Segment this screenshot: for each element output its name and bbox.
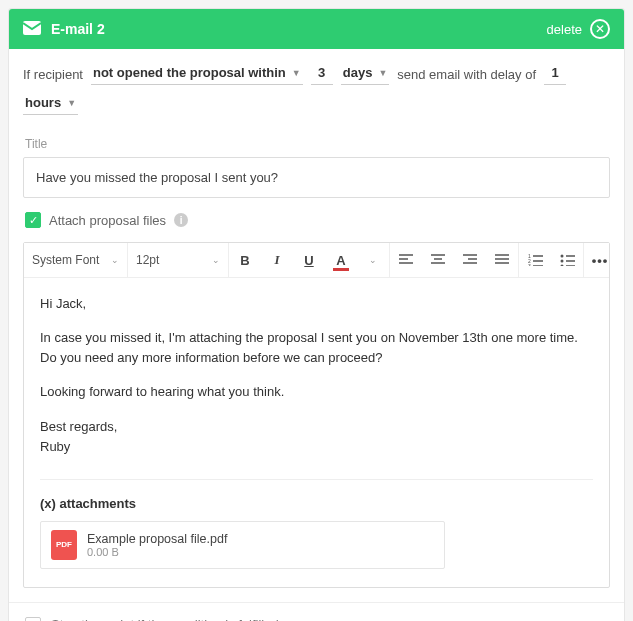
align-left-button[interactable]	[390, 243, 422, 277]
svg-point-21	[560, 260, 563, 263]
chevron-down-icon: ⌄	[212, 255, 220, 265]
body-line: Looking forward to hearing what you thin…	[40, 382, 593, 402]
card-title: E-mail 2	[51, 21, 105, 37]
font-size-select[interactable]: 12pt ⌄	[128, 243, 228, 277]
body-line: Hi Jack,	[40, 294, 593, 314]
bold-button[interactable]: B	[229, 243, 261, 277]
svg-point-23	[560, 265, 563, 267]
info-icon[interactable]: i	[174, 213, 188, 227]
card-header: E-mail 2 delete ✕	[9, 9, 624, 49]
delete-label: delete	[547, 22, 582, 37]
align-right-button[interactable]	[454, 243, 486, 277]
condition-prefix: If recipient	[23, 67, 83, 82]
stop-script-checkbox[interactable]	[25, 617, 41, 621]
unordered-list-button[interactable]	[551, 243, 583, 277]
condition-delay-select[interactable]: 1	[544, 63, 566, 85]
pdf-icon: PDF	[51, 530, 77, 560]
body-line: In case you missed it, I'm attaching the…	[40, 328, 593, 368]
attachment-filename: Example proposal file.pdf	[87, 532, 227, 546]
caret-down-icon: ▼	[378, 68, 387, 78]
editor-toolbar: System Font ⌄ 12pt ⌄ B I U A ⌄	[24, 243, 609, 278]
body-line: Best regards,	[40, 417, 593, 437]
chevron-down-icon: ⌄	[111, 255, 119, 265]
stop-script-label: Stop the script if the condition is fulf…	[51, 617, 279, 621]
condition-unit-select[interactable]: days ▼	[341, 63, 390, 85]
condition-action-select[interactable]: not opened the proposal within ▼	[91, 63, 303, 85]
chevron-down-icon: ⌄	[369, 255, 377, 265]
ordered-list-button[interactable]: 123	[519, 243, 551, 277]
delete-button[interactable]: delete ✕	[547, 19, 610, 39]
close-icon: ✕	[590, 19, 610, 39]
body-line: Ruby	[40, 437, 593, 457]
condition-unit-value: days	[343, 65, 373, 80]
svg-text:3: 3	[528, 263, 531, 266]
italic-button[interactable]: I	[261, 243, 293, 277]
underline-button[interactable]: U	[293, 243, 325, 277]
editor-body[interactable]: Hi Jack, In case you missed it, I'm atta…	[24, 278, 609, 587]
attach-files-label: Attach proposal files	[49, 213, 166, 228]
attachment-filesize: 0.00 B	[87, 546, 227, 558]
align-justify-button[interactable]	[486, 243, 518, 277]
more-options-button[interactable]: •••	[584, 243, 616, 277]
card-footer: Stop the script if the condition is fulf…	[9, 602, 624, 621]
condition-mid: send email with delay of	[397, 67, 536, 82]
title-input[interactable]	[23, 157, 610, 198]
divider	[40, 479, 593, 480]
email-step-card: E-mail 2 delete ✕ If recipient not opene…	[8, 8, 625, 621]
condition-delay-value: 1	[551, 65, 558, 80]
title-label: Title	[25, 137, 610, 151]
caret-down-icon: ▼	[67, 98, 76, 108]
condition-delay-unit-select[interactable]: hours ▼	[23, 93, 78, 115]
condition-row: If recipient not opened the proposal wit…	[9, 49, 624, 125]
condition-action-value: not opened the proposal within	[93, 65, 286, 80]
caret-down-icon: ▼	[292, 68, 301, 78]
svg-point-19	[560, 255, 563, 258]
attachments-heading: (x) attachments	[40, 496, 593, 511]
condition-count-value: 3	[318, 65, 325, 80]
font-size-value: 12pt	[136, 253, 159, 267]
condition-delay-unit-value: hours	[25, 95, 61, 110]
mail-icon	[23, 21, 41, 38]
rich-text-editor: System Font ⌄ 12pt ⌄ B I U A ⌄	[23, 242, 610, 588]
font-family-value: System Font	[32, 253, 99, 267]
text-color-dropdown[interactable]: ⌄	[357, 243, 389, 277]
align-center-button[interactable]	[422, 243, 454, 277]
text-color-button[interactable]: A	[325, 243, 357, 277]
attach-files-checkbox[interactable]: ✓	[25, 212, 41, 228]
attachment-item[interactable]: PDF Example proposal file.pdf 0.00 B	[40, 521, 445, 569]
font-family-select[interactable]: System Font ⌄	[24, 243, 128, 277]
condition-count-select[interactable]: 3	[311, 63, 333, 85]
